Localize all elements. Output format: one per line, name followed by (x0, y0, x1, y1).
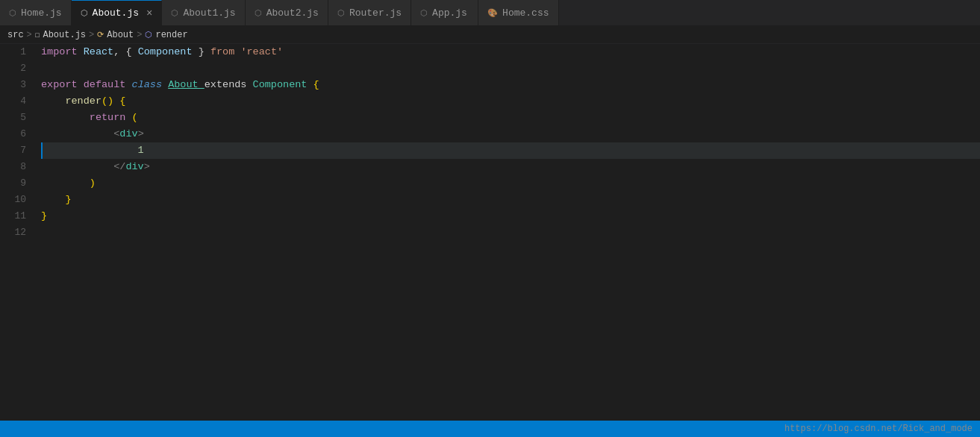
token-comma-brace: , { (113, 44, 137, 60)
breadcrumb-sep-1: > (27, 30, 32, 40)
line-number-1: 1 (0, 44, 34, 60)
token-tag: </ (41, 159, 125, 175)
token-kw-default: default (84, 77, 132, 93)
tab-close-about-js[interactable]: × (146, 8, 152, 19)
token-comma-brace: } (193, 44, 210, 60)
tab-app-js[interactable]: ⬡App.js (411, 0, 478, 25)
token-tag: > (144, 159, 150, 175)
token-kw-export: export (41, 77, 84, 93)
breadcrumb: src > ☐ About.js > ⟳ About > ⬡ render (0, 26, 980, 44)
breadcrumb-sep-3: > (137, 30, 142, 40)
token-curly: { (313, 77, 319, 93)
tab-icon-home-css: 🎨 (487, 8, 498, 18)
code-line-5: return ( (41, 110, 980, 126)
tab-router-js[interactable]: ⬡Router.js (328, 0, 411, 25)
component-icon: ⟳ (97, 30, 104, 40)
token-paren: ( (132, 110, 138, 126)
tab-label-app-js: App.js (432, 7, 467, 19)
tab-bar: ⬡Home.js⬡About.js×⬡About1.js⬡About2.js⬡R… (0, 0, 980, 26)
token-paren: ) (41, 175, 96, 192)
tab-home-js[interactable]: ⬡Home.js (0, 0, 72, 25)
breadcrumb-component-label: About (107, 30, 134, 40)
line-number-2: 2 (0, 60, 34, 77)
line-number-4: 4 (0, 93, 34, 110)
breadcrumb-sep-2: > (89, 30, 94, 40)
tab-label-about1-js: About1.js (183, 7, 235, 19)
line-numbers: 123456789101112 (0, 44, 34, 421)
token-punct (113, 93, 119, 110)
line-number-10: 10 (0, 192, 34, 208)
tab-home-css[interactable]: 🎨Home.css (478, 0, 558, 25)
code-editor[interactable]: 123456789101112 import React, { Componen… (0, 44, 980, 421)
code-line-1: import React, { Component } from 'react' (41, 44, 980, 60)
file-icon: ☐ (35, 30, 40, 40)
function-icon: ⬡ (145, 30, 152, 40)
token-tag: < (41, 126, 119, 142)
tab-label-home-js: Home.js (21, 7, 62, 19)
token-kw-extends: extends (205, 77, 253, 93)
status-bar: https://blog.csdn.net/Rick_and_mode (0, 421, 980, 437)
line-number-9: 9 (0, 175, 34, 192)
line-number-7: 7 (0, 142, 34, 159)
breadcrumb-function-label: render (155, 30, 187, 40)
breadcrumb-file: ☐ About.js (35, 30, 86, 40)
line-number-8: 8 (0, 159, 34, 175)
token-comma-brace (234, 44, 240, 60)
tab-icon-about1-js: ⬡ (171, 8, 178, 18)
code-area[interactable]: import React, { Component } from 'react'… (34, 44, 980, 421)
tab-icon-app-js: ⬡ (420, 8, 428, 18)
tab-icon-about2-js: ⬡ (255, 8, 262, 18)
token-curly: } (41, 192, 72, 208)
code-line-12 (41, 224, 980, 241)
token-kw-from: from (210, 44, 234, 60)
code-line-11: } (41, 208, 980, 224)
tab-label-about-js: About.js (93, 7, 139, 19)
tab-label-router-js: Router.js (349, 7, 402, 19)
token-curly: } (41, 208, 47, 224)
tab-about2-js[interactable]: ⬡About2.js (246, 0, 328, 25)
code-line-9: ) (41, 175, 980, 192)
token-kw-class: class (132, 77, 169, 93)
token-paren: () (102, 93, 113, 110)
breadcrumb-src: src (7, 30, 24, 40)
vscode-window: ⬡Home.js⬡About.js×⬡About1.js⬡About2.js⬡R… (0, 0, 980, 437)
token-num: 1 (41, 142, 144, 159)
watermark-text: https://blog.csdn.net/Rick_and_mode (784, 424, 973, 434)
token-react-word: Component (138, 44, 193, 60)
line-number-6: 6 (0, 126, 34, 142)
code-line-8: </div> (41, 159, 980, 175)
tab-label-about2-js: About2.js (266, 7, 319, 19)
token-str: 'react' (240, 44, 283, 60)
tab-label-home-css: Home.css (502, 7, 549, 19)
tab-icon-router-js: ⬡ (337, 8, 345, 18)
tab-about1-js[interactable]: ⬡About1.js (162, 0, 245, 25)
breadcrumb-function: ⬡ render (145, 30, 187, 40)
token-tag-name: div (119, 126, 137, 142)
token-component-name: Component (253, 77, 313, 93)
breadcrumb-file-label: About.js (43, 30, 86, 40)
code-line-3: export default class About extends Compo… (41, 77, 980, 93)
token-tag-name: div (125, 159, 143, 175)
line-number-11: 11 (0, 208, 34, 224)
code-line-2 (41, 60, 980, 77)
tab-icon-home-js: ⬡ (9, 8, 16, 18)
token-curly: { (119, 93, 125, 110)
line-number-3: 3 (0, 77, 34, 93)
tab-icon-about-js: ⬡ (81, 8, 88, 18)
code-line-4: render() { (41, 93, 980, 110)
token-func-name: render (41, 93, 102, 110)
token-kw-return: return (41, 110, 132, 126)
code-line-7: 1 (41, 142, 980, 159)
code-line-6: <div> (41, 126, 980, 142)
breadcrumb-src-label: src (7, 30, 24, 40)
token-react-word: React (84, 44, 114, 60)
tab-about-js[interactable]: ⬡About.js× (72, 0, 163, 25)
token-tag: > (138, 126, 144, 142)
line-number-12: 12 (0, 224, 34, 241)
token-class-name-about: About (168, 77, 205, 93)
token-kw-import: import (41, 44, 84, 60)
code-line-10: } (41, 192, 980, 208)
breadcrumb-component: ⟳ About (97, 30, 134, 40)
line-number-5: 5 (0, 110, 34, 126)
